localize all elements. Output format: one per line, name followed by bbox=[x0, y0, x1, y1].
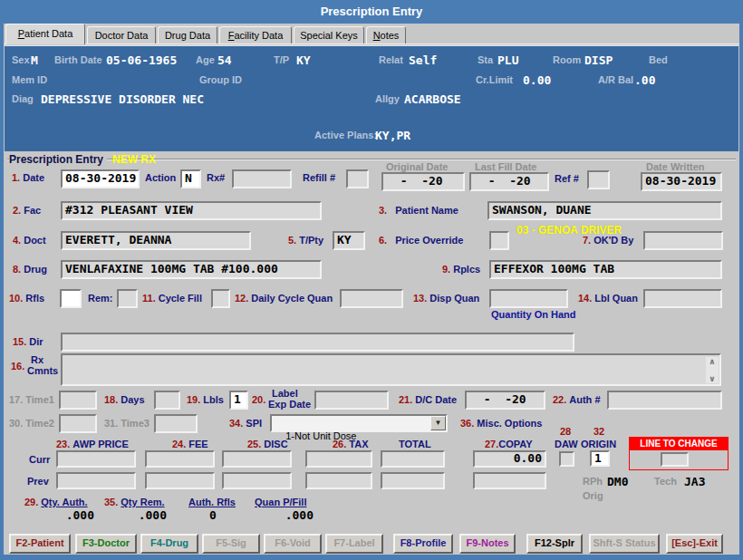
patient-name-label: 3.Patient Name bbox=[379, 205, 458, 216]
lbls-field[interactable]: 1 bbox=[229, 391, 248, 410]
tab-special-keys[interactable]: Special Keys bbox=[294, 26, 364, 44]
rx-cmnts-field[interactable] bbox=[61, 353, 721, 386]
rfls-field[interactable] bbox=[60, 289, 82, 308]
price-override-label: 6.Price Override bbox=[379, 235, 463, 246]
disp-quan-field[interactable] bbox=[489, 289, 568, 308]
active-plans-value: KY,PR bbox=[375, 129, 410, 142]
prev-awp-field bbox=[56, 472, 136, 489]
tpty-label: 5.T/Pty bbox=[288, 235, 323, 246]
drug-field[interactable]: VENLAFAXINE 100MG TAB #100.000 bbox=[61, 260, 322, 279]
spi-dropdown[interactable]: 1-Not Unit Dose ▼ bbox=[270, 414, 448, 432]
origin-field[interactable]: 1 bbox=[590, 450, 610, 467]
fac-field[interactable]: #312 PLEASANT VIEW bbox=[61, 201, 322, 220]
room-value: DISP bbox=[584, 53, 613, 67]
tab-patient-data[interactable]: Patient Data bbox=[5, 24, 85, 44]
date-field[interactable]: 08-30-2019 bbox=[61, 169, 140, 188]
f9-notes-button[interactable]: F9-Notes bbox=[459, 534, 516, 554]
lbl-quan-field[interactable] bbox=[643, 289, 722, 308]
rx-cmnts-scrollbar[interactable]: ∧∨ bbox=[706, 357, 719, 383]
misc-options-label: 36.Misc. Options bbox=[460, 418, 542, 429]
tp-label: T/P bbox=[274, 54, 289, 65]
line-to-change-field[interactable] bbox=[661, 452, 689, 467]
rplcs-label: 9.Rplcs bbox=[442, 264, 480, 275]
last-fill-date-label: Last Fill Date bbox=[475, 161, 536, 172]
rem-field[interactable] bbox=[117, 289, 138, 308]
chevron-up-icon[interactable]: ∧ bbox=[706, 357, 719, 366]
f2-patient-button[interactable]: F2-Patient bbox=[9, 534, 71, 554]
tab-drug-data[interactable]: Drug Data bbox=[158, 26, 217, 44]
prev-row-label: Prev bbox=[27, 476, 49, 487]
rx-cmnts-num: 16. bbox=[11, 361, 24, 372]
diag-value: DEPRESSIVE DISORDER NEC bbox=[41, 92, 204, 106]
auth-num-label: 22.Auth # bbox=[553, 394, 601, 405]
label-exp-date-field[interactable] bbox=[314, 391, 389, 410]
original-date-field: - -20 bbox=[381, 172, 465, 191]
curr-tax-field[interactable] bbox=[305, 450, 372, 468]
patient-name-field[interactable]: SWANSON, DUANE bbox=[487, 201, 722, 220]
tab-facility-data[interactable]: Facility Data bbox=[219, 26, 292, 44]
active-plans-label: Active Plans: bbox=[314, 130, 377, 140]
cr-limit-label: Cr.Limit bbox=[476, 74, 513, 85]
rplcs-field[interactable]: EFFEXOR 100MG TAB bbox=[489, 260, 722, 279]
window-title: Prescription Entry bbox=[321, 5, 423, 18]
window-titlebar: Prescription Entry bbox=[0, 0, 743, 24]
tpty-field[interactable]: KY bbox=[333, 231, 365, 250]
refill-field[interactable] bbox=[346, 169, 369, 188]
line-to-change-label: LINE TO CHANGE bbox=[630, 438, 728, 450]
new-rx-flag: NEW RX bbox=[112, 153, 156, 166]
ar-bal-label: A/R Bal bbox=[598, 74, 633, 85]
doct-field[interactable]: EVERETT, DEANNA bbox=[61, 231, 251, 250]
disp-quan-label: 13.Disp Quan bbox=[413, 293, 479, 304]
cycle-fill-field[interactable] bbox=[211, 289, 230, 308]
lbls-label: 19.Lbls bbox=[187, 394, 224, 405]
curr-disc-field[interactable] bbox=[222, 450, 292, 468]
esc-exit-button[interactable]: [Esc]-Exit bbox=[666, 534, 723, 554]
auth-rfls-value: 0 bbox=[209, 508, 217, 522]
chevron-down-icon[interactable]: ∨ bbox=[706, 374, 719, 383]
price-override-field[interactable] bbox=[489, 231, 509, 250]
qty-auth-value: .000 bbox=[53, 508, 94, 522]
daw-field[interactable] bbox=[559, 451, 574, 467]
drug-label: 8.Drug bbox=[13, 264, 47, 275]
auth-num-field[interactable] bbox=[607, 391, 722, 410]
fac-label: 2.Fac bbox=[13, 205, 41, 216]
tech-value: JA3 bbox=[684, 475, 705, 488]
dir-field[interactable] bbox=[61, 333, 574, 352]
shft-s-status-button: Shft-S Status bbox=[589, 534, 660, 554]
days-field[interactable] bbox=[154, 391, 180, 410]
ref-field[interactable] bbox=[587, 170, 610, 189]
curr-copay-field[interactable]: 0.00 bbox=[473, 450, 546, 468]
okd-by-field[interactable] bbox=[643, 231, 723, 250]
f3-doctor-button[interactable]: F3-Doctor bbox=[75, 534, 137, 554]
dropdown-arrow-icon[interactable]: ▼ bbox=[430, 416, 446, 430]
allgy-label: Allgy bbox=[375, 93, 400, 104]
date-written-label: Date Written bbox=[646, 161, 705, 172]
dc-date-field[interactable]: - -20 bbox=[465, 391, 545, 410]
tab-doctor-data[interactable]: Doctor Data bbox=[87, 26, 156, 44]
rx-cmnts-label-line1: Rx bbox=[31, 354, 43, 365]
rx-number-label: Rx# bbox=[207, 172, 225, 183]
birth-date-value: 05-06-1965 bbox=[106, 53, 177, 67]
curr-awp-field[interactable] bbox=[56, 450, 136, 468]
label-exp-date-line1: Label bbox=[272, 388, 298, 399]
daily-cycle-quan-field[interactable] bbox=[340, 289, 403, 308]
time3-field bbox=[154, 414, 198, 433]
awp-price-header: 23.AWP PRICE bbox=[56, 439, 129, 449]
window-border-bottom bbox=[0, 555, 743, 560]
rx-number-field[interactable] bbox=[232, 169, 292, 188]
age-value: 54 bbox=[217, 53, 232, 67]
doct-label: 4.Doct bbox=[13, 235, 46, 246]
f4-drug-button[interactable]: F4-Drug bbox=[140, 534, 198, 554]
original-date-label: Original Date bbox=[386, 161, 448, 172]
f12-splr-button[interactable]: F12-Splr bbox=[526, 534, 583, 554]
spi-label: 34.SPI bbox=[229, 418, 262, 429]
qty-auth-header: 29.Qty. Auth. bbox=[24, 497, 88, 507]
tab-notes[interactable]: Notes bbox=[366, 26, 406, 44]
cycle-fill-label: 11.Cycle Fill bbox=[142, 293, 202, 304]
action-field[interactable]: N bbox=[180, 169, 201, 188]
total-header: TOTAL bbox=[399, 439, 431, 449]
f8-profile-button[interactable]: F8-Profile bbox=[393, 534, 453, 554]
fee-header: 24.FEE bbox=[172, 439, 208, 449]
diag-label: Diag bbox=[12, 93, 34, 104]
curr-fee-field[interactable] bbox=[145, 450, 215, 468]
